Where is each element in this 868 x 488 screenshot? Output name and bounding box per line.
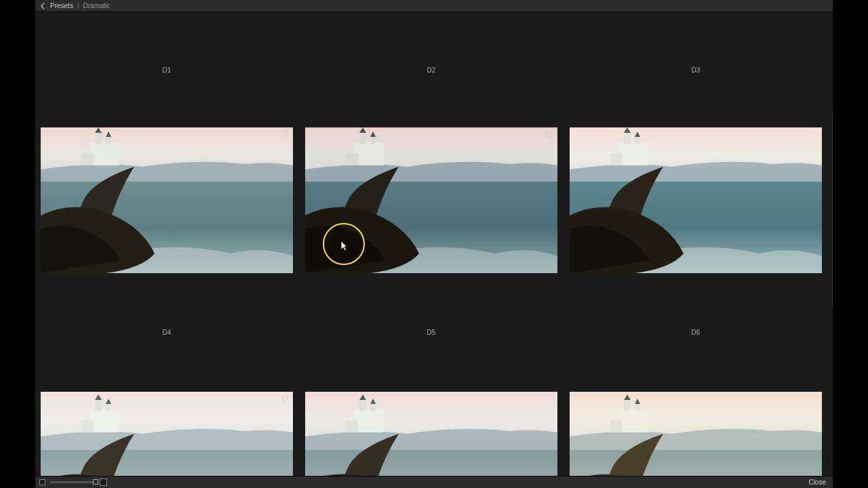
back-button[interactable] <box>39 3 46 9</box>
breadcrumb-bar: Presets | Dramatic <box>35 0 833 12</box>
svg-rect-25 <box>41 450 293 476</box>
close-button[interactable]: Close <box>806 479 829 486</box>
coast-image-icon <box>305 127 557 273</box>
coast-image-icon <box>41 127 293 273</box>
preset-cell: D6 <box>570 273 822 476</box>
favorite-icon[interactable] <box>281 130 289 138</box>
favorite-icon[interactable] <box>545 130 553 138</box>
svg-rect-3 <box>95 133 102 144</box>
preset-cell: D5 <box>305 273 557 476</box>
svg-rect-29 <box>106 404 111 411</box>
svg-rect-7 <box>81 153 94 165</box>
favorite-icon[interactable] <box>281 394 289 403</box>
preset-label: D5 <box>305 273 557 392</box>
preset-thumb-d1[interactable] <box>41 127 293 273</box>
svg-rect-5 <box>106 137 111 144</box>
slider-knob-icon[interactable] <box>93 479 98 485</box>
svg-rect-18 <box>618 142 648 165</box>
preset-cell: D3 <box>570 12 822 273</box>
svg-rect-34 <box>354 409 384 432</box>
preset-thumb-d3[interactable] <box>570 127 822 273</box>
svg-rect-43 <box>624 400 631 411</box>
preset-cell: D4 <box>41 273 293 476</box>
svg-rect-33 <box>305 450 557 476</box>
svg-rect-10 <box>354 142 384 165</box>
svg-rect-39 <box>346 420 358 432</box>
coast-image-icon <box>570 392 822 476</box>
preset-grid: D1 <box>41 12 827 476</box>
svg-rect-47 <box>610 420 623 432</box>
svg-rect-41 <box>570 450 822 476</box>
thumbnail-size-slider[interactable] <box>50 481 96 483</box>
svg-rect-27 <box>95 400 102 411</box>
svg-rect-26 <box>90 409 119 432</box>
svg-rect-42 <box>618 409 648 432</box>
preset-thumb-d5[interactable] <box>305 392 557 476</box>
coast-image-icon <box>41 392 293 476</box>
svg-rect-31 <box>81 420 94 432</box>
footer-bar: Close <box>35 476 833 488</box>
breadcrumb-divider: | <box>77 2 79 9</box>
preset-grid-area: D1 <box>35 12 833 476</box>
svg-rect-45 <box>635 404 640 411</box>
svg-rect-35 <box>359 400 366 411</box>
vertical-scrollbar[interactable] <box>832 111 833 306</box>
svg-rect-23 <box>610 153 623 165</box>
thumbnail-size-max-icon[interactable] <box>100 479 107 486</box>
chevron-left-icon <box>39 3 46 9</box>
svg-rect-13 <box>370 137 376 144</box>
svg-rect-21 <box>635 137 640 144</box>
svg-rect-11 <box>359 133 366 144</box>
preset-label: D3 <box>570 12 822 127</box>
svg-rect-19 <box>624 133 631 144</box>
preset-label: D6 <box>570 273 822 392</box>
preset-thumb-d6[interactable] <box>570 392 822 476</box>
coast-image-icon <box>305 392 557 476</box>
breadcrumb-current: Dramatic <box>83 2 111 9</box>
preset-label: D2 <box>305 12 557 127</box>
preset-cell: D1 <box>41 12 293 273</box>
svg-rect-37 <box>370 404 376 411</box>
preset-thumb-d4[interactable] <box>41 392 293 476</box>
preset-label: D4 <box>41 273 293 392</box>
preset-label: D1 <box>41 12 293 127</box>
breadcrumb-root[interactable]: Presets <box>50 2 73 9</box>
app-window: Presets | Dramatic D1 <box>35 0 833 488</box>
thumbnail-size-min-icon[interactable] <box>39 479 45 485</box>
preset-thumb-d2[interactable] <box>305 127 557 273</box>
coast-image-icon <box>570 127 822 273</box>
svg-rect-15 <box>346 153 358 165</box>
svg-rect-2 <box>90 142 119 165</box>
preset-cell: D2 <box>305 12 557 273</box>
